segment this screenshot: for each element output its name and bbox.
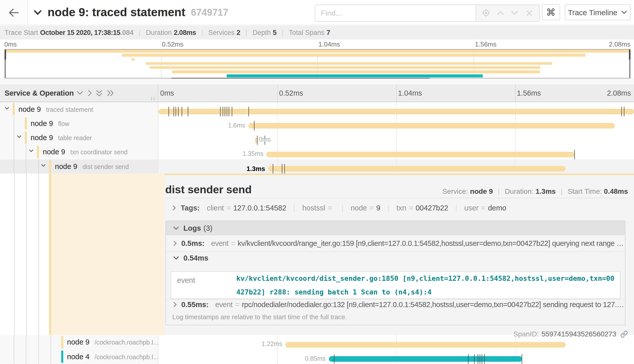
- viewport-scrubber-left-handle[interactable]: [5, 49, 6, 60]
- timeline-gridline: [515, 131, 516, 145]
- service-color-stripe: [37, 146, 39, 158]
- minimap-canvas[interactable]: [4, 49, 630, 78]
- summary-label: Services: [208, 29, 235, 36]
- timeline-header-gridline: [396, 84, 397, 101]
- tag-key: node: [351, 204, 367, 212]
- span-duration-bar[interactable]: [329, 356, 522, 362]
- span-detail-panel: dist sender send Service:node 9|Duration…: [164, 174, 634, 335]
- keyboard-shortcuts-button[interactable]: ⌘: [542, 4, 560, 20]
- summary-item: Services2: [208, 29, 240, 36]
- span-operation-name: traced statement: [46, 106, 93, 113]
- detail-header: dist sender send Service:node 9|Duration…: [165, 175, 628, 198]
- log-entry[interactable]: 0.55ms:event=rpc/nodedialer/nodedialer.g…: [166, 299, 625, 310]
- span-name-column[interactable]: node 9dist sender send: [0, 159, 158, 174]
- chevron-right-icon: [172, 205, 176, 211]
- timeline-gridline: [396, 131, 397, 145]
- collapse-one-button[interactable]: [76, 91, 83, 95]
- tree-guide: [14, 335, 14, 350]
- span-timeline-cell[interactable]: 1.6ms: [158, 116, 634, 131]
- span-duration-bar[interactable]: [285, 342, 566, 348]
- span-timeline-cell[interactable]: 0.85ms: [158, 349, 634, 364]
- span-id-value: 5597415943526560273: [541, 330, 616, 338]
- span-duration-bar[interactable]: [268, 166, 565, 172]
- span-log-tick: [284, 164, 285, 174]
- span-service-name[interactable]: node 9/cockroach.roachpb.I...: [67, 335, 159, 350]
- span-log-tick: [334, 354, 334, 364]
- trace-collapse-chevron-icon[interactable]: [34, 10, 41, 15]
- trace-view-selector[interactable]: Trace Timeline: [564, 4, 630, 20]
- span-timeline-cell[interactable]: 0ms: [158, 131, 634, 145]
- span-tree-toggle[interactable]: [41, 164, 46, 167]
- find-clear-button[interactable]: [523, 7, 535, 19]
- find-next-button[interactable]: [509, 7, 521, 19]
- collapse-all-button[interactable]: [96, 89, 103, 96]
- tags-accordion[interactable]: Tags: client=127.0.0.1:54582|hostssl=|no…: [172, 202, 506, 213]
- span-log-tick: [178, 107, 179, 116]
- span-operation-name: /cockroach.roachpb.I...: [95, 353, 159, 360]
- locate-span-button[interactable]: [480, 7, 492, 19]
- back-button[interactable]: [0, 0, 28, 25]
- tag-key: hostssl: [302, 204, 325, 212]
- page-title: node 9: traced statement: [48, 6, 185, 19]
- find-prev-button[interactable]: [494, 7, 506, 19]
- span-tree-toggle[interactable]: [29, 149, 34, 153]
- viewport-scrubber-right-handle[interactable]: [629, 49, 630, 60]
- span-name-column[interactable]: node 9traced statement: [0, 102, 158, 116]
- span-name-column[interactable]: node 9txn coordinator send: [0, 145, 158, 159]
- timeline-collapse-controls: [76, 84, 114, 101]
- span-duration-bar[interactable]: [158, 109, 634, 114]
- span-log-tick: [482, 354, 482, 364]
- span-duration-bar[interactable]: [255, 137, 257, 143]
- tag-separator: |: [342, 204, 344, 212]
- span-service-name[interactable]: node 9table reader: [31, 131, 92, 145]
- span-service-name[interactable]: node 9dist sender send: [55, 159, 129, 174]
- summary-label: Total Spans: [289, 29, 325, 36]
- span-id-row: SpanID: 5597415943526560273: [513, 330, 628, 338]
- logs-header[interactable]: Logs (3): [166, 221, 625, 235]
- span-name-column[interactable]: node 9flow: [0, 116, 158, 131]
- span-duration-bar[interactable]: [266, 152, 575, 157]
- minimap-section: 0ms0.52ms1.04ms1.56ms2.08ms: [0, 39, 634, 84]
- span-name-column[interactable]: node 9table reader: [0, 131, 158, 145]
- span-service-name[interactable]: node 4/cockroach.roachpb.I...: [67, 349, 159, 364]
- span-tree-toggle[interactable]: [5, 106, 9, 110]
- tree-guide: [26, 349, 27, 364]
- trace-title-group: node 9: traced statement 6749717: [34, 0, 228, 25]
- tags-list: client=127.0.0.1:54582|hostssl=|node=9|t…: [200, 204, 506, 212]
- span-log-tick: [231, 107, 232, 116]
- span-timeline-cell[interactable]: 1.3ms: [158, 159, 634, 174]
- minimap-span-bar: [150, 66, 541, 69]
- find-box: [315, 4, 540, 22]
- expand-all-button[interactable]: [107, 89, 114, 96]
- span-name-column[interactable]: node 9/cockroach.roachpb.I...: [0, 335, 158, 350]
- double-chevron-down-icon: [96, 89, 103, 96]
- span-name-column[interactable]: node 4/cockroach.roachpb.I...: [0, 349, 158, 364]
- span-duration-bar[interactable]: [248, 123, 615, 129]
- tree-guide: [38, 174, 39, 335]
- log-toggle: [173, 302, 177, 308]
- find-input[interactable]: [315, 5, 475, 21]
- column-resizer[interactable]: [151, 97, 154, 101]
- service-operation-title: Service & Operation: [5, 89, 74, 97]
- span-timeline-cell[interactable]: [158, 102, 634, 116]
- span-service-name[interactable]: node 9txn coordinator send: [43, 145, 128, 159]
- log-timestamp: 0.5ms:: [181, 239, 205, 247]
- timeline-header-gridline: [515, 84, 516, 101]
- span-timeline-cell[interactable]: 1.35ms: [158, 145, 634, 159]
- tree-guide: [38, 349, 39, 364]
- summary-item: Depth5: [252, 29, 277, 36]
- span-service-name[interactable]: node 9flow: [31, 116, 69, 131]
- minimap-tick-label: 1.56ms: [475, 40, 496, 48]
- log-entry[interactable]: 0.5ms:event=kv/kvclient/kvcoord/range_it…: [166, 235, 625, 252]
- log-toggle[interactable]: 0.54ms: [166, 252, 625, 264]
- tag-item: client=127.0.0.1:54582: [207, 204, 286, 212]
- tag-item: txn=00427b22: [396, 204, 448, 212]
- log-timestamp: 0.54ms: [183, 254, 208, 262]
- detail-meta-label: Service:: [442, 187, 468, 196]
- deep-link-button[interactable]: [620, 330, 628, 338]
- span-tree-toggle[interactable]: [17, 135, 22, 138]
- expand-one-button[interactable]: [87, 89, 92, 96]
- span-service-name[interactable]: node 9traced statement: [18, 102, 93, 116]
- minimap-span-bar: [131, 58, 134, 61]
- span-log-tick: [621, 107, 622, 116]
